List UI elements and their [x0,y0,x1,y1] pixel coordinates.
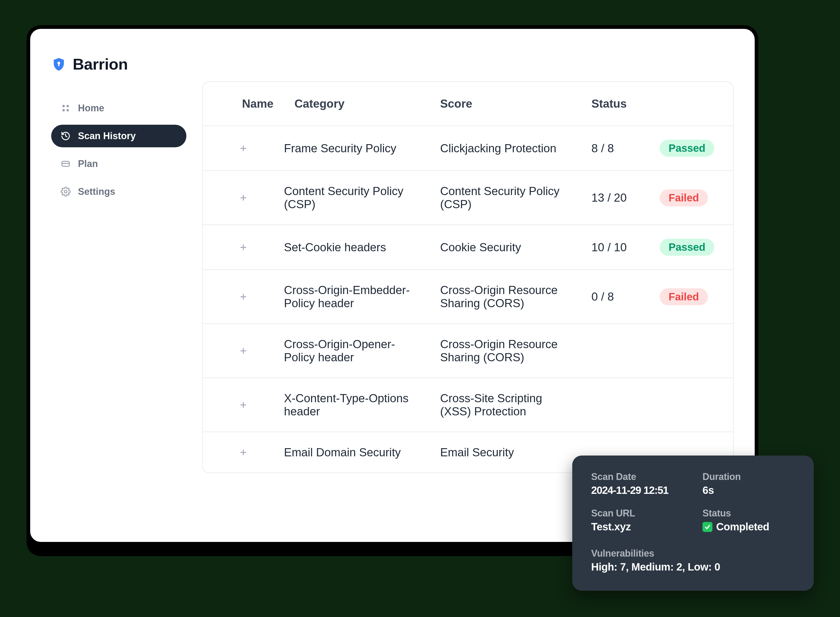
cell-category: Clickjacking Protection [430,126,581,171]
cell-name: Cross-Origin-Opener-Policy header [284,324,430,378]
summary-scan-url: Scan URL Test.xyz [591,508,697,533]
status-badge: Failed [660,288,708,306]
shield-icon [51,57,66,72]
col-header-name: Name [203,82,284,126]
cell-status: Passed [649,126,733,171]
svg-point-5 [66,109,69,112]
cell-category: Content Security Policy (CSP) [430,171,581,225]
expand-row-button[interactable]: + [203,126,284,171]
nav-item-label: Home [78,103,104,114]
scan-summary-card: Scan Date 2024-11-29 12:51 Duration 6s S… [572,456,814,591]
col-header-status: Status [581,82,649,126]
status-badge: Passed [660,239,714,256]
brand: Barrion [51,55,186,73]
cell-category: Cross-Site Scripting (XSS) Protection [430,378,581,432]
nav-item-scan-history[interactable]: Scan History [51,125,186,147]
cell-score: 10 / 10 [581,225,649,270]
svg-rect-1 [58,63,59,66]
cell-category: Cross-Origin Resource Sharing (CORS) [430,324,581,378]
table-row: +Set-Cookie headersCookie Security10 / 1… [203,225,733,270]
summary-duration: Duration 6s [703,471,795,496]
summary-status: Status Completed [703,508,795,533]
nav-item-label: Settings [78,186,115,197]
cell-name: Email Domain Security [284,432,430,472]
svg-point-2 [62,105,65,108]
cell-category: Cross-Origin Resource Sharing (CORS) [430,270,581,324]
summary-value: 2024-11-29 12:51 [591,484,697,496]
cell-score: 8 / 8 [581,126,649,171]
cell-status [649,378,733,432]
summary-label: Vulnerabilities [591,548,795,559]
cell-status: Passed [649,225,733,270]
cell-category: Cookie Security [430,225,581,270]
status-badge: Passed [660,140,714,157]
summary-value: Completed [703,521,795,533]
summary-vulnerabilities: Vulnerabilities High: 7, Medium: 2, Low:… [591,548,795,573]
gear-icon [60,186,71,197]
cell-category: Email Security [430,432,581,472]
summary-status-text: Completed [716,521,769,533]
expand-row-button[interactable]: + [203,270,284,324]
results-table: Name Category Score Status +Frame Securi… [203,82,733,472]
nav-item-home[interactable]: Home [51,97,186,120]
cell-score: 0 / 8 [581,270,649,324]
cell-name: Content Security Policy (CSP) [284,171,430,225]
summary-value: Test.xyz [591,521,697,533]
summary-label: Duration [703,471,795,482]
svg-point-3 [66,105,69,108]
expand-row-button[interactable]: + [203,432,284,472]
summary-value: 6s [703,484,795,496]
table-row: +Cross-Origin-Embedder-Policy headerCros… [203,270,733,324]
expand-row-button[interactable]: + [203,378,284,432]
grid-icon [60,103,71,114]
expand-row-button[interactable]: + [203,171,284,225]
expand-row-button[interactable]: + [203,324,284,378]
brand-name: Barrion [73,55,128,73]
cell-name: X-Content-Type-Options header [284,378,430,432]
cell-name: Set-Cookie headers [284,225,430,270]
summary-scan-date: Scan Date 2024-11-29 12:51 [591,471,697,496]
expand-row-button[interactable]: + [203,225,284,270]
svg-point-4 [62,109,65,112]
summary-value: High: 7, Medium: 2, Low: 0 [591,561,795,573]
nav-item-settings[interactable]: Settings [51,180,186,203]
nav-item-label: Scan History [78,130,136,142]
results-table-card: Name Category Score Status +Frame Securi… [202,81,734,473]
summary-label: Status [703,508,795,519]
col-header-category: Category [284,82,430,126]
cell-score [581,378,649,432]
cell-name: Cross-Origin-Embedder-Policy header [284,270,430,324]
nav: Home Scan History Plan [51,97,186,203]
nav-item-label: Plan [78,158,98,169]
cell-score [581,324,649,378]
check-icon [703,522,712,532]
cell-score: 13 / 20 [581,171,649,225]
summary-label: Scan Date [591,471,697,482]
summary-label: Scan URL [591,508,697,519]
cell-status: Failed [649,171,733,225]
status-badge: Failed [660,189,708,207]
col-header-score: Score [430,82,581,126]
table-row: +X-Content-Type-Options headerCross-Site… [203,378,733,432]
card-icon [60,158,71,169]
table-row: +Frame Security PolicyClickjacking Prote… [203,126,733,171]
sidebar: Barrion Home Scan History [30,29,202,542]
table-row: +Content Security Policy (CSP)Content Se… [203,171,733,225]
cell-status [649,324,733,378]
table-row: +Cross-Origin-Opener-Policy headerCross-… [203,324,733,378]
history-icon [60,130,71,142]
svg-point-8 [64,190,67,193]
nav-item-plan[interactable]: Plan [51,152,186,175]
cell-name: Frame Security Policy [284,126,430,171]
cell-status: Failed [649,270,733,324]
